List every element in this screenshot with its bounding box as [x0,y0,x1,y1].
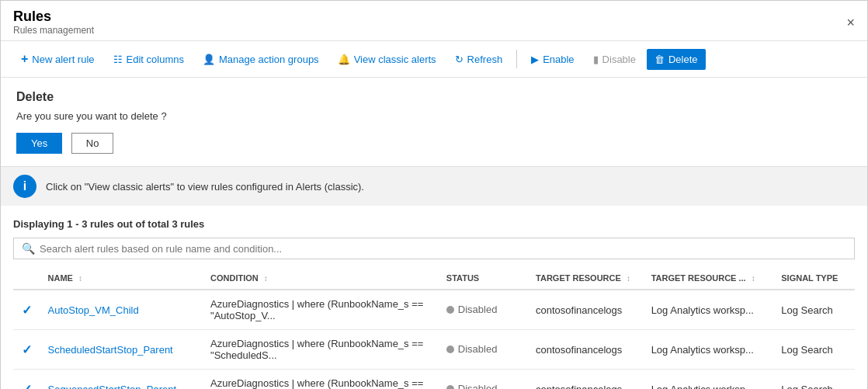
search-icon: 🔍 [22,242,35,255]
row-name-2: SequencedStartStop_Parent [40,370,203,390]
row-signal-0: Log Search [773,290,855,330]
sort-icon-target[interactable]: ↕ [627,274,630,283]
main-content: Displaying 1 - 3 rules out of total 3 ru… [1,206,867,389]
trash-icon: 🗑 [654,54,665,65]
col-header-name: NAME ↕ [40,267,203,290]
col-header-target-resource: TARGET RESOURCE ↕ [528,267,644,290]
status-dot-1 [446,346,454,353]
row-condition-1: AzureDiagnostics | where (RunbookName_s … [203,330,439,370]
rule-link-1[interactable]: ScheduledStartStop_Parent [48,344,173,356]
row-condition-0: AzureDiagnostics | where (RunbookName_s … [203,290,439,330]
search-bar: 🔍 [13,238,855,259]
toolbar: + New alert rule ☷ Edit columns 👤 Manage… [1,41,867,78]
col-header-condition: CONDITION ↕ [203,267,439,290]
status-dot-0 [446,306,454,314]
info-text: Click on "View classic alerts" to view r… [46,181,364,193]
row-target-type-2: Log Analytics worksp... [644,370,774,390]
new-alert-rule-button[interactable]: + New alert rule [13,47,102,71]
manage-action-groups-button[interactable]: 👤 Manage action groups [195,49,327,70]
row-target-2: contosofinancelogs [528,370,644,390]
edit-columns-icon: ☷ [113,54,123,65]
rules-window: Rules Rules management × + New alert rul… [0,0,868,389]
row-status-1: Disabled [439,330,528,370]
title-bar: Rules Rules management × [1,1,867,41]
row-checkbox-1[interactable]: ✓ [13,330,40,370]
col-header-check [13,267,40,290]
col-header-signal-type: SIGNAL TYPE [773,267,855,290]
status-text-1: Disabled [458,343,498,355]
edit-columns-button[interactable]: ☷ Edit columns [106,49,192,70]
row-signal-1: Log Search [773,330,855,370]
col-header-target-resource-type: TARGET RESOURCE ... ↕ [644,267,774,290]
delete-heading: Delete [16,90,852,104]
row-checkbox-0[interactable]: ✓ [13,290,40,330]
delete-button[interactable]: 🗑 Delete [647,49,706,70]
row-target-type-0: Log Analytics worksp... [644,290,774,330]
table-row: ✓ SequencedStartStop_Parent AzureDiagnos… [13,370,855,390]
status-text-0: Disabled [458,304,498,315]
plus-icon: + [21,52,28,66]
table-row: ✓ ScheduledStartStop_Parent AzureDiagnos… [13,330,855,370]
rule-link-0[interactable]: AutoStop_VM_Child [48,304,139,316]
search-input[interactable] [40,243,846,255]
stop-icon: ▮ [593,54,599,65]
status-dot-2 [446,385,454,389]
delete-confirmation-section: Delete Are you sure you want to delete ?… [1,78,867,167]
view-classic-alerts-button[interactable]: 🔔 View classic alerts [330,49,444,70]
row-target-1: contosofinancelogs [528,330,644,370]
info-banner: i Click on "View classic alerts" to view… [1,167,867,206]
sort-icon-name[interactable]: ↕ [78,274,82,283]
info-icon: i [13,175,36,198]
refresh-icon: ↻ [455,54,464,65]
refresh-button[interactable]: ↻ Refresh [447,49,511,70]
sort-icon-target-type[interactable]: ↕ [752,274,755,283]
row-name-0: AutoStop_VM_Child [40,290,203,330]
table-header: NAME ↕ CONDITION ↕ STATUS TARGET RESOURC… [13,267,855,290]
sort-icon-condition[interactable]: ↕ [264,274,268,283]
disable-button[interactable]: ▮ Disable [585,49,644,70]
rules-table: NAME ↕ CONDITION ↕ STATUS TARGET RESOURC… [13,267,855,389]
row-name-1: ScheduledStartStop_Parent [40,330,203,370]
close-button[interactable]: × [846,16,855,30]
row-target-0: contosofinancelogs [528,290,644,330]
row-signal-2: Log Search [773,370,855,390]
page-subtitle: Rules management [13,25,94,36]
rule-link-2[interactable]: SequencedStartStop_Parent [48,384,177,390]
delete-message: Are you sure you want to delete ? [16,110,852,122]
play-icon: ▶ [531,54,539,65]
display-count: Displaying 1 - 3 rules out of total 3 ru… [13,218,855,230]
toolbar-divider [516,50,517,68]
bell-icon: 🔔 [338,54,350,65]
no-button[interactable]: No [71,133,114,154]
row-status-0: Disabled [439,290,528,330]
col-header-status: STATUS [439,267,528,290]
row-target-type-1: Log Analytics worksp... [644,330,774,370]
row-condition-2: AzureDiagnostics | where (RunbookName_s … [203,370,439,390]
table-body: ✓ AutoStop_VM_Child AzureDiagnostics | w… [13,290,855,389]
status-text-2: Disabled [458,383,498,389]
manage-icon: 👤 [203,54,215,65]
enable-button[interactable]: ▶ Enable [523,49,582,70]
row-checkbox-2[interactable]: ✓ [13,370,40,390]
row-status-2: Disabled [439,370,528,390]
table-row: ✓ AutoStop_VM_Child AzureDiagnostics | w… [13,290,855,330]
page-title: Rules [13,9,94,25]
yes-button[interactable]: Yes [16,133,62,154]
title-bar-left: Rules Rules management [13,9,94,36]
